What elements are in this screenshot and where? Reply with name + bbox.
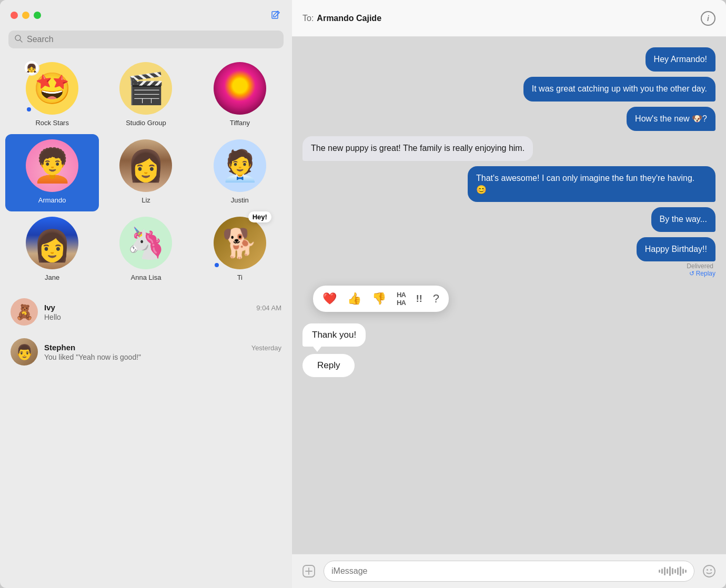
conv-item-stephen[interactable]: 👨 Stephen Yesterday You liked "Yeah now … [4, 333, 288, 371]
studio-group-avatar: 🎬 [119, 62, 172, 115]
message-row-5: That's awesome! I can only imagine the f… [302, 166, 715, 202]
search-bar[interactable] [8, 31, 284, 48]
bubble-tail [313, 347, 321, 352]
reply-button[interactable]: Reply [302, 354, 355, 377]
fullscreen-button[interactable] [34, 12, 41, 19]
anna-lisa-label: Anna Lisa [131, 273, 162, 281]
compose-button[interactable] [270, 9, 281, 21]
message-bubble-1: Hey Armando! [646, 47, 715, 72]
anna-lisa-avatar: 🦄 [119, 217, 172, 269]
tapback-emphasis[interactable]: !! [416, 293, 422, 305]
message-row-1: Hey Armando! [302, 47, 715, 72]
tapback-haha[interactable]: HAHA [397, 291, 406, 307]
svg-line-2 [20, 40, 22, 42]
stephen-name: Stephen [44, 343, 75, 352]
anna-lisa-avatar-wrap: 🦄 [119, 217, 172, 269]
jane-label: Jane [45, 273, 59, 281]
rock-stars-unread-dot [26, 106, 32, 113]
ivy-preview: Hello [44, 313, 281, 321]
search-icon [15, 35, 23, 44]
thankyou-text: Thank you! [312, 330, 356, 340]
jane-avatar-wrap: 👩 [26, 217, 78, 269]
tapback-bar: ❤️ 👍 👎 HAHA !! ? [313, 286, 449, 312]
rock-stars-avatar-wrap: 🤩 👧 [26, 62, 78, 115]
close-button[interactable] [11, 12, 18, 19]
message-row-4: The new puppy is great! The family is re… [302, 136, 715, 160]
pinned-item-anna-lisa[interactable]: 🦄 Anna Lisa [99, 211, 193, 289]
ti-hey-badge: Hey! [248, 211, 271, 222]
messages-area: Hey Armando! It was great catching up wi… [292, 37, 726, 554]
minimize-button[interactable] [22, 12, 29, 19]
pinned-item-jane[interactable]: 👩 Jane [5, 211, 99, 289]
ivy-name: Ivy [44, 303, 55, 312]
ti-avatar: 🐕 [214, 217, 266, 269]
svg-point-6 [710, 569, 712, 571]
tiffany-label: Tiffany [230, 119, 250, 127]
svg-point-4 [703, 565, 715, 577]
message-row-8: Thank you! [302, 321, 715, 347]
ti-unread-dot [214, 262, 220, 268]
stephen-time: Yesterday [251, 344, 281, 352]
tapback-thumbsup[interactable]: 👍 [347, 292, 361, 306]
armando-avatar: 🧑‍🦱 [26, 139, 78, 192]
ti-label: Ti [237, 273, 243, 281]
message-bubble-6: By the way... [651, 207, 715, 231]
message-bubble-7: Happy Birthday!! [637, 237, 715, 261]
pinned-item-armando[interactable]: 🧑‍🦱 Armando [5, 134, 99, 211]
pinned-item-tiffany[interactable]: Tiffany [193, 57, 287, 134]
message-input[interactable] [331, 566, 654, 576]
armando-avatar-wrap: 🧑‍🦱 [26, 139, 78, 192]
justin-avatar: 🧑‍💼 [214, 139, 266, 192]
ti-avatar-wrap: 🐕 Hey! [214, 217, 266, 269]
contact-name: Armando Cajide [317, 14, 381, 23]
studio-group-label: Studio Group [126, 119, 166, 127]
stephen-avatar: 👨 [11, 338, 38, 366]
justin-label: Justin [231, 196, 249, 204]
liz-avatar-wrap: 👩 [119, 139, 172, 192]
left-panel: 🤩 👧 Rock Stars 🎬 Studio Group Tiffany [0, 0, 292, 588]
pinned-item-ti[interactable]: 🐕 Hey! Ti [193, 211, 287, 289]
traffic-lights [11, 12, 41, 19]
pinned-item-liz[interactable]: 👩 Liz [99, 134, 193, 211]
chat-header: To: Armando Cajide i [292, 0, 726, 37]
armando-label: Armando [38, 196, 66, 204]
info-button[interactable]: i [701, 11, 715, 26]
conversation-list: 🧸 Ivy 9:04 AM Hello 👨 Stephen Yesterday … [0, 293, 292, 588]
audio-waveform [659, 565, 687, 577]
stephen-conv-content: Stephen Yesterday You liked "Yeah now is… [44, 343, 281, 361]
jane-avatar: 👩 [26, 217, 78, 269]
tiffany-avatar [214, 62, 266, 115]
tapback-thumbsdown[interactable]: 👎 [372, 292, 386, 306]
delivered-label: Delivered [687, 262, 713, 270]
appstore-button[interactable] [300, 563, 317, 580]
message-row-2: It was great catching up with you the ot… [302, 77, 715, 101]
message-row-3: How's the new 🐶? [302, 107, 715, 131]
liz-avatar: 👩 [119, 139, 172, 192]
ivy-avatar: 🧸 [11, 298, 38, 326]
replay-icon: ↺ [689, 270, 694, 277]
ivy-conv-content: Ivy 9:04 AM Hello [44, 303, 281, 321]
right-panel: To: Armando Cajide i Hey Armando! It was… [292, 0, 726, 588]
tapback-question[interactable]: ? [433, 292, 439, 306]
message-input-wrap[interactable] [324, 561, 694, 582]
pinned-item-rock-stars[interactable]: 🤩 👧 Rock Stars [5, 57, 99, 134]
replay-button[interactable]: ↺ Replay [689, 270, 715, 277]
input-bar [292, 554, 726, 588]
titlebar [0, 0, 292, 26]
justin-avatar-wrap: 🧑‍💼 [214, 139, 266, 192]
message-bubble-5: That's awesome! I can only imagine the f… [468, 166, 715, 202]
conv-item-ivy[interactable]: 🧸 Ivy 9:04 AM Hello [4, 293, 288, 331]
ivy-conv-header: Ivy 9:04 AM [44, 303, 281, 312]
pinned-item-studio-group[interactable]: 🎬 Studio Group [99, 57, 193, 134]
message-row-7: Happy Birthday!! Delivered ↺ Replay [302, 237, 715, 277]
emoji-button[interactable] [701, 563, 718, 580]
stephen-conv-header: Stephen Yesterday [44, 343, 281, 352]
search-input[interactable] [27, 35, 277, 44]
message-row-6: By the way... [302, 207, 715, 231]
rock-stars-mini-avatar: 👧 [24, 60, 39, 76]
svg-point-5 [707, 569, 708, 571]
ivy-time: 9:04 AM [256, 304, 281, 312]
tapback-heart[interactable]: ❤️ [322, 292, 337, 306]
message-bubble-2: It was great catching up with you the ot… [523, 77, 715, 101]
pinned-item-justin[interactable]: 🧑‍💼 Justin [193, 134, 287, 211]
